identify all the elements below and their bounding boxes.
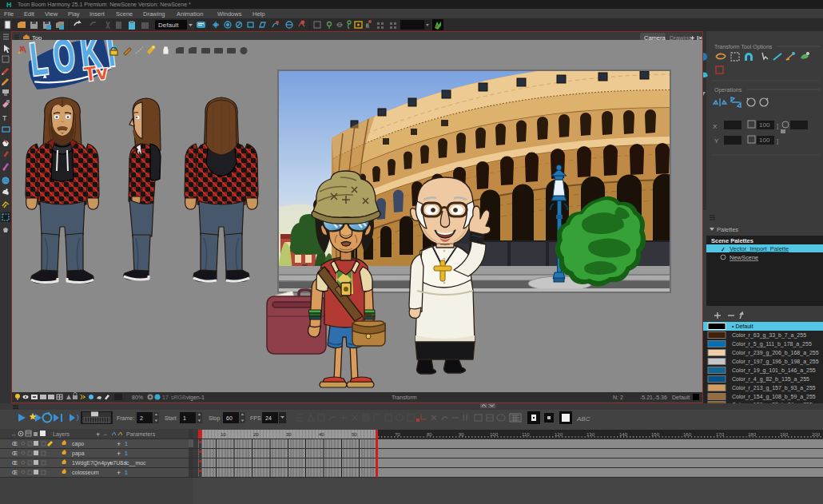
svg-text:17: 17 <box>162 395 169 400</box>
svg-text:Color_r_154_g_108_b_59_a_255: Color_r_154_g_108_b_59_a_255 <box>732 394 816 400</box>
svg-text:40: 40 <box>319 432 324 437</box>
svg-text:1: 1 <box>125 450 128 456</box>
svg-text:vigen-1: vigen-1 <box>186 395 205 401</box>
svg-text:1: 1 <box>183 415 186 421</box>
svg-text:150: 150 <box>651 432 660 437</box>
svg-text:30: 30 <box>286 432 292 437</box>
svg-text:60: 60 <box>226 415 233 421</box>
svg-text:90: 90 <box>459 432 464 437</box>
svg-text:colosseum: colosseum <box>72 470 99 475</box>
svg-text:200: 200 <box>812 432 821 437</box>
svg-text:Tv: Tv <box>83 60 109 85</box>
svg-text:Color_r_197_g_196_b_198_a_255: Color_r_197_g_196_b_198_a_255 <box>732 359 819 365</box>
svg-text:1: 1 <box>125 441 128 446</box>
svg-text:110: 110 <box>522 432 530 437</box>
svg-text:Color_r_213_g_157_b_93_a_255: Color_r_213_g_157_b_93_a_255 <box>732 385 816 391</box>
svg-text:50: 50 <box>352 432 357 437</box>
svg-text:160: 160 <box>683 432 692 437</box>
svg-text:Color_r_5_g_111_b_178_a_255: Color_r_5_g_111_b_178_a_255 <box>732 341 812 347</box>
svg-text:Œ: Œ <box>12 441 18 446</box>
svg-text:ABC: ABC <box>576 415 590 423</box>
svg-text:Frame:: Frame: <box>117 415 134 421</box>
svg-text:papa: papa <box>72 450 85 457</box>
svg-text:• Default: • Default <box>732 323 753 329</box>
svg-text:Scene Palettes: Scene Palettes <box>711 237 753 244</box>
svg-text:1: 1 <box>125 460 128 466</box>
svg-text:80%: 80% <box>132 395 143 400</box>
svg-text:+: + <box>109 459 113 467</box>
svg-text:Y: Y <box>714 137 719 145</box>
svg-text:Parameters: Parameters <box>126 431 156 437</box>
svg-text:T: T <box>2 114 7 122</box>
svg-text:Start: Start <box>165 415 177 421</box>
svg-text:140: 140 <box>619 432 628 437</box>
svg-text:capo: capo <box>72 441 84 447</box>
svg-text:Default: Default <box>672 395 690 400</box>
svg-text:70: 70 <box>395 432 400 437</box>
svg-text:Transform: Transform <box>392 395 417 400</box>
svg-text:−: − <box>103 431 107 439</box>
svg-text:Operations: Operations <box>714 87 742 93</box>
svg-text:Color_r_19_g_101_b_146_a_255: Color_r_19_g_101_b_146_a_255 <box>732 367 816 374</box>
svg-text:Palettes: Palettes <box>717 226 738 233</box>
svg-text:20: 20 <box>253 432 259 437</box>
svg-text:]: ] <box>777 137 778 145</box>
svg-text:Stop: Stop <box>209 415 221 422</box>
svg-text:190: 190 <box>780 432 789 437</box>
svg-text:sRGB: sRGB <box>171 395 186 400</box>
svg-text:]: ] <box>777 122 778 129</box>
svg-text:100: 100 <box>490 432 499 437</box>
svg-text:2: 2 <box>140 415 143 421</box>
svg-text:80: 80 <box>427 432 432 437</box>
svg-text:100: 100 <box>759 121 770 129</box>
svg-text:24: 24 <box>265 415 272 421</box>
svg-text:Vector_Import_Palette: Vector_Import_Palette <box>730 245 789 252</box>
svg-text:Color_r_63_g_33_b_7_a_255: Color_r_63_g_33_b_7_a_255 <box>732 332 806 339</box>
svg-text:FPS: FPS <box>250 415 261 421</box>
svg-text:+: + <box>117 469 121 477</box>
svg-text:170: 170 <box>716 432 725 437</box>
svg-text:Layers: Layers <box>53 431 70 438</box>
svg-text:Default: Default <box>158 22 179 29</box>
svg-text:10: 10 <box>221 432 226 437</box>
svg-text:Color_r_239_g_206_b_168_a_255: Color_r_239_g_206_b_168_a_255 <box>732 350 819 356</box>
svg-text:NewScene: NewScene <box>730 254 758 261</box>
svg-text:100: 100 <box>759 137 770 144</box>
svg-text:Color_r_4_g_82_b_135_a_255: Color_r_4_g_82_b_135_a_255 <box>732 376 809 383</box>
svg-text:120: 120 <box>555 432 563 437</box>
svg-text:+: + <box>96 431 100 439</box>
svg-text:N: 2: N: 2 <box>613 395 623 400</box>
svg-text:Transform Tool Options: Transform Tool Options <box>714 44 773 50</box>
svg-text:+: + <box>117 450 121 458</box>
svg-text:X: X <box>713 123 718 130</box>
svg-text:130: 130 <box>586 432 595 437</box>
svg-text:↔: ↔ <box>11 431 17 437</box>
svg-text:-5.21,-5.36: -5.21,-5.36 <box>640 395 667 400</box>
svg-text:+: + <box>117 440 121 448</box>
svg-text:180: 180 <box>748 432 757 437</box>
svg-text:1: 1 <box>125 470 128 475</box>
